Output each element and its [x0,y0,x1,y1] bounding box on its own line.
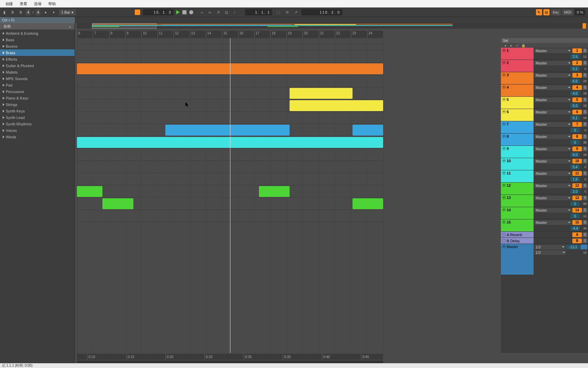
track-activator[interactable]: 2 [572,61,582,65]
menu-options[interactable]: 选项 [31,1,45,6]
sort-icon[interactable]: ▴ [69,24,71,29]
track-activator[interactable]: 3 [572,73,582,78]
play-icon[interactable] [502,233,506,236]
track-header[interactable]: 1Master1S2.511 [501,48,588,60]
track-header[interactable]: 5Master5S6.015 [501,97,588,109]
send-value[interactable]: 0 [570,214,580,218]
expand-icon[interactable] [3,129,4,132]
browser-item-voices[interactable]: Voices [0,127,75,134]
send-value[interactable]: 5.1 [570,116,580,120]
track-header[interactable]: 4Master4S4.016 [501,85,588,97]
track-header[interactable]: 12Master12S2.0C [501,183,588,195]
time-ruler[interactable]: 0:100:150:200:250:300:350:400:45 [77,354,383,360]
stop-button[interactable] [182,10,186,14]
send-value[interactable]: -4.4 [570,226,580,231]
send-value[interactable]: 5.2 [570,66,580,71]
browser-item-piano-keys[interactable]: Piano & Keys [0,95,75,101]
fold-icon[interactable] [502,208,506,212]
master-volume[interactable]: -13.3 [566,245,580,249]
fold-icon[interactable] [502,147,506,150]
solo-button[interactable]: S [583,183,587,188]
browser-item-synth-lead[interactable]: Synth Lead [0,114,75,121]
solo-button[interactable]: S [583,208,587,213]
solo-button[interactable]: S [583,239,587,243]
capture-icon[interactable]: ⊡ [223,9,229,15]
song-position[interactable]: 15. 1. 3 [143,9,174,15]
track-header[interactable]: 6Master6S5.119 [501,109,588,121]
nudge-down-icon[interactable]: Ⅲ [10,9,16,15]
expand-icon[interactable] [3,45,4,48]
clip[interactable] [290,88,353,99]
playhead[interactable] [230,38,230,353]
send-value[interactable]: 1.9 [570,177,580,182]
metronome-settings-icon[interactable]: ● [43,9,49,15]
send-value[interactable]: 0 [570,128,580,133]
arrangement-overview[interactable] [77,23,586,29]
solo-button[interactable]: S [583,97,587,102]
expand-icon[interactable] [3,136,4,138]
follow-icon[interactable]: ⊟ [543,9,550,15]
routing-dropdown[interactable]: Master [534,220,572,225]
clip[interactable] [290,100,383,111]
fold-icon[interactable] [502,110,506,113]
routing-dropdown[interactable]: Master [534,171,572,176]
lock-icon[interactable]: 🔒 [521,43,525,47]
fold-icon[interactable] [502,49,506,52]
clip[interactable] [259,186,290,197]
expand-icon[interactable] [3,77,4,80]
fold-icon[interactable] [502,98,506,101]
browser-item-brass[interactable]: Brass [0,49,75,56]
track-activator[interactable]: 10 [572,159,582,164]
expand-icon[interactable] [3,84,4,87]
menu-create[interactable]: 创建 [2,1,16,6]
track-activator[interactable]: 13 [572,196,582,200]
midi-map-button[interactable]: MIDI [562,9,573,15]
master-cue-out[interactable]: 1/2 [534,245,566,249]
forward-icon[interactable]: ▸ [509,43,513,47]
loop-icon[interactable]: ⟲ [284,9,290,15]
browser-item-strings[interactable]: Strings [0,101,75,108]
routing-dropdown[interactable]: Master [534,61,572,65]
fold-icon[interactable] [502,220,506,224]
send-value[interactable]: 5.4 [570,165,580,169]
play-icon[interactable] [502,239,506,243]
routing-dropdown[interactable]: Master [534,110,572,114]
overview-visible-region[interactable] [92,23,157,29]
track-activator[interactable]: 15 [572,220,582,225]
return-activator[interactable]: A [572,232,582,237]
metronome-toggle[interactable] [135,10,140,15]
routing-dropdown[interactable]: Master [534,134,572,139]
browser-item-synth-keys[interactable]: Synth Keys [0,108,75,114]
solo-button[interactable]: S [583,134,587,139]
expand-icon[interactable] [3,64,4,67]
browser-item-pad[interactable]: Pad [0,82,75,88]
track-header[interactable]: 15Master15S-4.434 [501,219,588,232]
solo-button[interactable]: S [583,159,587,164]
send-value[interactable]: 6.0 [570,79,580,83]
track-header[interactable]: 11Master11S1.9C [501,170,588,183]
browser-item-mpe-sounds[interactable]: MPE Sounds [0,75,75,82]
expand-icon[interactable] [3,116,4,119]
solo-button[interactable]: S [583,85,587,90]
track-header[interactable]: 2Master2S5.2C [501,60,588,72]
fold-icon[interactable] [502,86,506,89]
routing-dropdown[interactable]: Master [534,48,572,53]
solo-button[interactable]: S [583,61,587,65]
expand-icon[interactable] [3,58,4,61]
session-record-icon[interactable]: ○ [231,9,238,15]
expand-icon[interactable] [3,71,4,74]
clip[interactable] [102,198,133,209]
routing-dropdown[interactable]: Master [534,122,572,127]
track-activator[interactable]: 8 [572,134,582,139]
solo-button[interactable]: S [583,220,587,225]
return-track-header[interactable]: A ReverbAS [501,232,588,238]
punch-in-icon[interactable]: ⬚ [275,9,281,15]
fold-icon[interactable] [502,171,506,175]
punch-out-icon[interactable]: ↗ [293,9,299,15]
routing-dropdown[interactable]: Master [534,159,572,164]
expand-icon[interactable] [3,110,4,112]
reenable-automation-icon[interactable]: ↺ [215,9,221,15]
fold-icon[interactable] [502,196,506,199]
track-activator[interactable]: 12 [572,183,582,188]
track-activator[interactable]: 6 [572,110,582,114]
